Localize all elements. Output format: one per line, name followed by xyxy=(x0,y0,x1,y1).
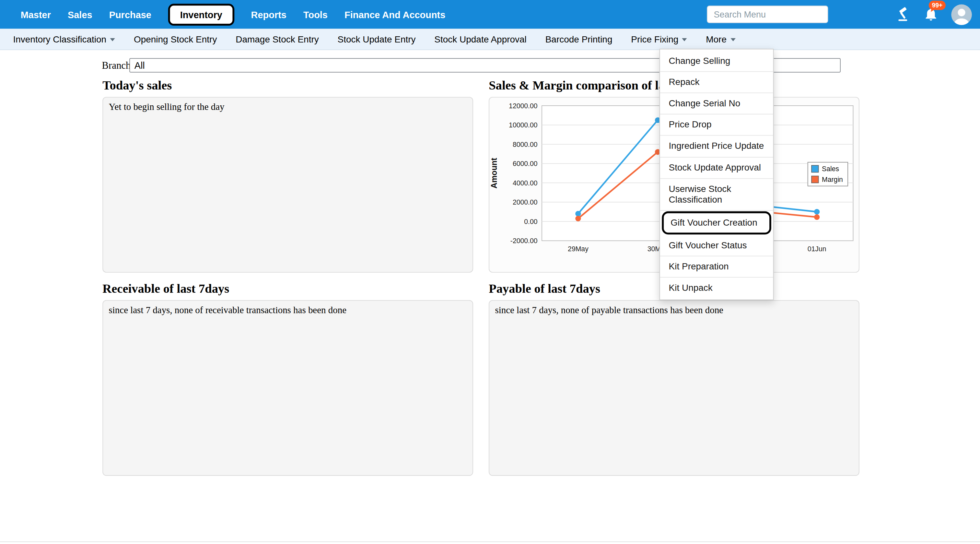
menu-item-repack[interactable]: Repack xyxy=(660,72,773,93)
search-input[interactable] xyxy=(707,5,828,23)
svg-text:6000.00: 6000.00 xyxy=(513,160,538,167)
chevron-down-icon xyxy=(730,38,735,41)
receivable-message: since last 7 days, none of receivable tr… xyxy=(103,301,473,320)
subnav-item-more[interactable]: More xyxy=(706,34,735,44)
svg-text:29May: 29May xyxy=(568,245,589,253)
subnav-label: Price Fixing xyxy=(631,34,678,44)
footer-divider xyxy=(0,541,980,542)
subnav-item-damage-stock-entry[interactable]: Damage Stock Entry xyxy=(235,34,318,44)
svg-text:-2000.00: -2000.00 xyxy=(511,237,538,244)
nav-item-finance-and-accounts[interactable]: Finance And Accounts xyxy=(345,9,445,20)
legend-label: Margin xyxy=(822,176,843,183)
menu-item-ingredient-price-update[interactable]: Ingredient Price Update xyxy=(660,136,773,157)
svg-text:2000.00: 2000.00 xyxy=(513,198,538,206)
subnav-item-opening-stock-entry[interactable]: Opening Stock Entry xyxy=(134,34,217,44)
chevron-down-icon xyxy=(682,38,687,41)
subnav-label: Stock Update Approval xyxy=(434,34,526,44)
subnav-item-inventory-classification[interactable]: Inventory Classification xyxy=(13,34,115,44)
subnav-label: Barcode Printing xyxy=(546,34,612,44)
subnav-label: Damage Stock Entry xyxy=(235,34,318,44)
payable-title: Payable of last 7days xyxy=(489,281,600,296)
svg-text:8000.00: 8000.00 xyxy=(513,141,538,148)
app-window: Master Sales Purchase Inventory Reports … xyxy=(0,0,980,544)
receivable-title: Receivable of last 7days xyxy=(102,281,229,296)
nav-item-inventory[interactable]: Inventory xyxy=(168,3,234,25)
payable-panel: since last 7 days, none of payable trans… xyxy=(489,300,859,476)
inventory-sub-nav: Inventory Classification Opening Stock E… xyxy=(0,29,980,50)
chevron-down-icon xyxy=(110,38,115,41)
sales-margin-title: Sales & Margin comparison of last xyxy=(489,78,674,93)
menu-item-kit-unpack[interactable]: Kit Unpack xyxy=(660,278,773,298)
todays-sales-panel: Yet to begin selling for the day xyxy=(102,97,473,273)
notification-badge[interactable]: 99+ xyxy=(929,1,946,10)
menu-item-change-serial-no[interactable]: Change Serial No xyxy=(660,93,773,115)
receivable-panel: since last 7 days, none of receivable tr… xyxy=(102,300,473,476)
todays-sales-title: Today's sales xyxy=(102,78,172,93)
subnav-item-price-fixing[interactable]: Price Fixing xyxy=(631,34,687,44)
svg-text:10000.00: 10000.00 xyxy=(509,121,537,129)
payable-message: since last 7 days, none of payable trans… xyxy=(489,301,859,320)
svg-text:4000.00: 4000.00 xyxy=(513,179,538,187)
menu-item-gift-voucher-status[interactable]: Gift Voucher Status xyxy=(660,235,773,257)
subnav-label: Stock Update Entry xyxy=(338,34,416,44)
margin-series-swatch xyxy=(811,176,819,183)
menu-item-price-drop[interactable]: Price Drop xyxy=(660,115,773,136)
branch-select-value: All xyxy=(135,60,145,71)
subnav-item-stock-update-entry[interactable]: Stock Update Entry xyxy=(338,34,416,44)
menu-item-change-selling[interactable]: Change Selling xyxy=(660,51,773,72)
subnav-item-stock-update-approval[interactable]: Stock Update Approval xyxy=(434,34,526,44)
menu-item-stock-update-approval[interactable]: Stock Update Approval xyxy=(660,157,773,179)
menu-item-userwise-stock-classification[interactable]: Userwise Stock Classification xyxy=(660,179,773,211)
subnav-label: More xyxy=(706,34,727,44)
branch-label: Branch xyxy=(102,60,130,71)
legend-entry-sales: Sales xyxy=(811,165,843,172)
subnav-item-barcode-printing[interactable]: Barcode Printing xyxy=(546,34,612,44)
user-avatar-icon[interactable] xyxy=(951,4,972,25)
sales-series-swatch xyxy=(811,165,819,172)
legend-label: Sales xyxy=(822,165,839,172)
top-nav-items: Master Sales Purchase Inventory Reports … xyxy=(21,0,445,29)
subnav-label: Opening Stock Entry xyxy=(134,34,217,44)
subnav-label: Inventory Classification xyxy=(13,34,106,44)
nav-item-sales[interactable]: Sales xyxy=(68,9,92,20)
top-nav-bar: Master Sales Purchase Inventory Reports … xyxy=(0,0,980,29)
svg-text:01Jun: 01Jun xyxy=(808,245,826,252)
nav-item-reports[interactable]: Reports xyxy=(251,9,286,20)
legend-entry-margin: Margin xyxy=(811,176,843,183)
gavel-icon[interactable] xyxy=(896,6,912,22)
svg-text:12000.00: 12000.00 xyxy=(509,102,537,110)
menu-item-kit-preparation[interactable]: Kit Preparation xyxy=(660,257,773,278)
svg-text:Amount: Amount xyxy=(489,158,498,188)
nav-item-master[interactable]: Master xyxy=(21,9,51,20)
nav-item-purchase[interactable]: Purchase xyxy=(109,9,151,20)
menu-item-gift-voucher-creation[interactable]: Gift Voucher Creation xyxy=(662,211,771,235)
todays-sales-message: Yet to begin selling for the day xyxy=(103,97,473,117)
chart-legend: Sales Margin xyxy=(808,162,848,186)
more-dropdown-menu: Change Selling Repack Change Serial No P… xyxy=(660,49,774,300)
nav-item-tools[interactable]: Tools xyxy=(303,9,328,20)
svg-text:0.00: 0.00 xyxy=(524,218,537,225)
